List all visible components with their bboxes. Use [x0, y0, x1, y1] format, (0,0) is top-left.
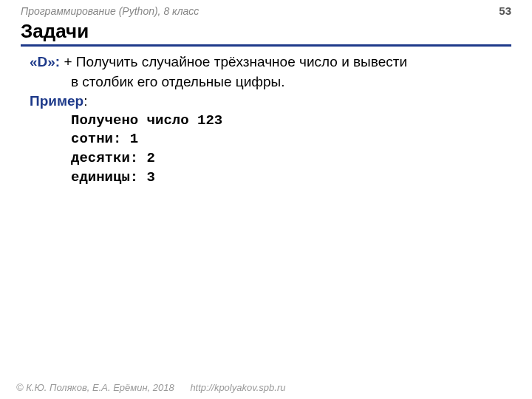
footer: © К.Ю. Поляков, Е.А. Ерёмин, 2018 http:/… [16, 382, 285, 393]
page-title: Задачи [21, 20, 511, 47]
footer-copyright: © К.Ю. Поляков, Е.А. Ерёмин, 2018 [16, 382, 174, 393]
code-line: сотни: 1 [71, 130, 511, 149]
task-label-d: «D»: [30, 54, 60, 69]
task-text-line1: + Получить случайное трёхзначное число и… [60, 54, 407, 69]
code-line: единицы: 3 [71, 168, 511, 188]
content-area: «D»: + Получить случайное трёхзначное чи… [0, 47, 532, 187]
header-bar: Программирование (Python), 8 класс 53 [0, 0, 532, 18]
subject-text: Программирование (Python), 8 класс [21, 5, 199, 17]
code-line: Получено число 123 [71, 112, 511, 131]
example-colon: : [83, 93, 87, 109]
task-text-line2: в столбик его отдельные цифры. [30, 72, 511, 92]
page-number: 53 [499, 4, 511, 17]
code-line: десятки: 2 [71, 149, 511, 168]
task-row: «D»: + Получить случайное трёхзначное чи… [30, 52, 511, 72]
slide-container: Программирование (Python), 8 класс 53 За… [0, 0, 532, 399]
code-block: Получено число 123 сотни: 1 десятки: 2 е… [30, 112, 511, 188]
example-label: Пример [30, 93, 83, 109]
example-row: Пример: [30, 92, 511, 112]
footer-url: http://kpolyakov.spb.ru [190, 382, 285, 393]
